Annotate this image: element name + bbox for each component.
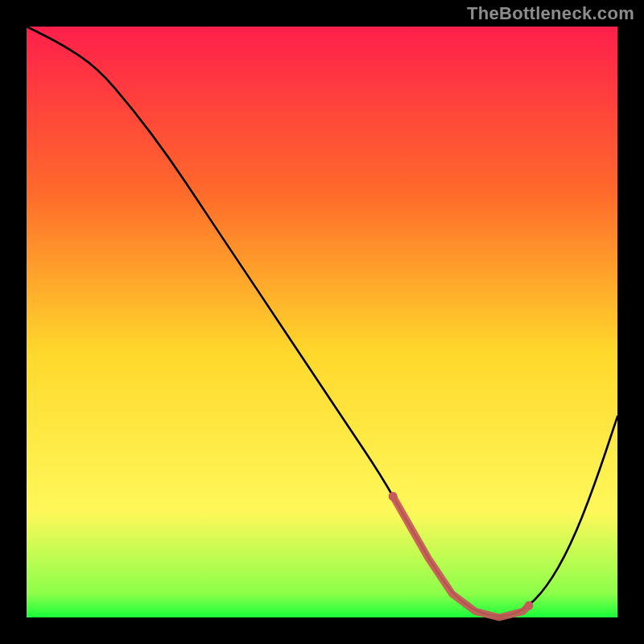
bottleneck-chart (0, 0, 644, 644)
optimal-range-endpoint (389, 492, 398, 501)
chart-frame: { "watermark": "TheBottleneck.com", "col… (0, 0, 644, 644)
watermark-text: TheBottleneck.com (467, 3, 634, 24)
plot-background (27, 27, 617, 617)
optimal-range-endpoint (524, 601, 533, 610)
